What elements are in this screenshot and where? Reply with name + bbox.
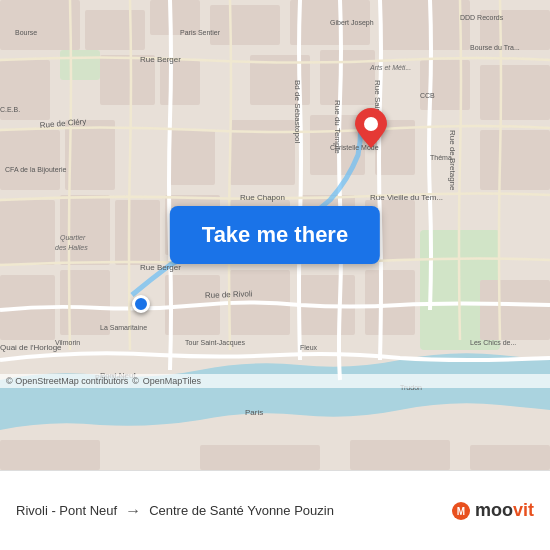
svg-text:Rue de Rivoli: Rue de Rivoli xyxy=(205,289,253,300)
svg-text:Fleux: Fleux xyxy=(300,344,318,351)
svg-rect-18 xyxy=(65,120,115,190)
svg-text:Les Chics de...: Les Chics de... xyxy=(470,339,516,346)
moovit-logo: M moovit xyxy=(451,500,534,521)
svg-text:C.E.B.: C.E.B. xyxy=(0,106,20,113)
svg-text:Rue Berger: Rue Berger xyxy=(140,55,181,64)
svg-rect-14 xyxy=(320,50,375,105)
svg-text:Vilmorin: Vilmorin xyxy=(55,339,80,346)
svg-text:Rue Chapon: Rue Chapon xyxy=(240,193,285,202)
svg-rect-25 xyxy=(60,195,110,265)
svg-rect-39 xyxy=(200,445,320,470)
svg-rect-23 xyxy=(480,130,550,190)
moovit-logo-icon: M xyxy=(451,501,471,521)
svg-text:Gibert Joseph: Gibert Joseph xyxy=(330,19,374,27)
svg-text:M: M xyxy=(457,506,465,517)
info-bar: Rivoli - Pont Neuf → Centre de Santé Yvo… xyxy=(0,470,550,550)
svg-rect-37 xyxy=(480,280,550,340)
svg-rect-20 xyxy=(230,120,295,185)
svg-text:CFA de la Bijouterie: CFA de la Bijouterie xyxy=(5,166,67,174)
take-me-there-button[interactable]: Take me there xyxy=(170,206,380,264)
svg-text:Arts et Méti...: Arts et Méti... xyxy=(369,64,411,71)
svg-rect-4 xyxy=(85,10,145,50)
svg-text:des Halles: des Halles xyxy=(55,244,88,251)
svg-rect-3 xyxy=(0,0,80,50)
svg-rect-38 xyxy=(0,440,100,470)
svg-rect-19 xyxy=(170,130,215,185)
svg-text:Bourse du Tra...: Bourse du Tra... xyxy=(470,44,520,51)
svg-text:Quartier: Quartier xyxy=(60,234,86,242)
svg-point-76 xyxy=(364,117,378,131)
map-container: Rue de Rivoli Rue du Temple Rue Saint-Ma… xyxy=(0,0,550,470)
origin-label: Rivoli - Pont Neuf xyxy=(16,503,117,518)
attribution-text2: OpenMapTiles xyxy=(143,376,201,386)
svg-rect-17 xyxy=(0,130,60,190)
attribution-separator: © xyxy=(132,376,139,386)
svg-text:CCB: CCB xyxy=(420,92,435,99)
destination-label: Centre de Santé Yvonne Pouzin xyxy=(149,503,334,518)
svg-text:Rue Vieille du Tem...: Rue Vieille du Tem... xyxy=(370,193,443,202)
map-attribution: © OpenStreetMap contributors © OpenMapTi… xyxy=(0,374,550,388)
route-info: Rivoli - Pont Neuf → Centre de Santé Yvo… xyxy=(16,502,451,520)
svg-rect-15 xyxy=(420,60,470,110)
origin-marker xyxy=(132,295,150,313)
svg-rect-12 xyxy=(160,60,200,105)
svg-text:Rue Berger: Rue Berger xyxy=(140,263,181,272)
moovit-logo-text: moovit xyxy=(475,500,534,521)
svg-text:Quai de l'Horloge: Quai de l'Horloge xyxy=(0,343,62,352)
svg-text:Tour Saint-Jacques: Tour Saint-Jacques xyxy=(185,339,245,347)
svg-rect-2 xyxy=(60,50,100,80)
svg-rect-24 xyxy=(0,200,55,265)
svg-rect-8 xyxy=(380,0,470,50)
svg-text:La Samaritaine: La Samaritaine xyxy=(100,324,147,331)
svg-rect-26 xyxy=(115,200,160,265)
svg-rect-16 xyxy=(480,65,550,120)
svg-text:Bourse: Bourse xyxy=(15,29,37,36)
svg-text:DDD Records: DDD Records xyxy=(460,14,504,21)
svg-rect-6 xyxy=(210,5,280,45)
svg-text:Paris Sentier: Paris Sentier xyxy=(180,29,221,36)
arrow-icon: → xyxy=(125,502,141,520)
svg-rect-40 xyxy=(350,440,450,470)
svg-text:Bd de Sébastopol: Bd de Sébastopol xyxy=(293,80,302,143)
attribution-text1: © OpenStreetMap contributors xyxy=(6,376,128,386)
destination-marker xyxy=(355,108,387,152)
svg-rect-36 xyxy=(365,270,415,335)
svg-text:Paris: Paris xyxy=(245,408,263,417)
svg-rect-41 xyxy=(470,445,550,470)
svg-text:Théma: Théma xyxy=(430,154,452,161)
